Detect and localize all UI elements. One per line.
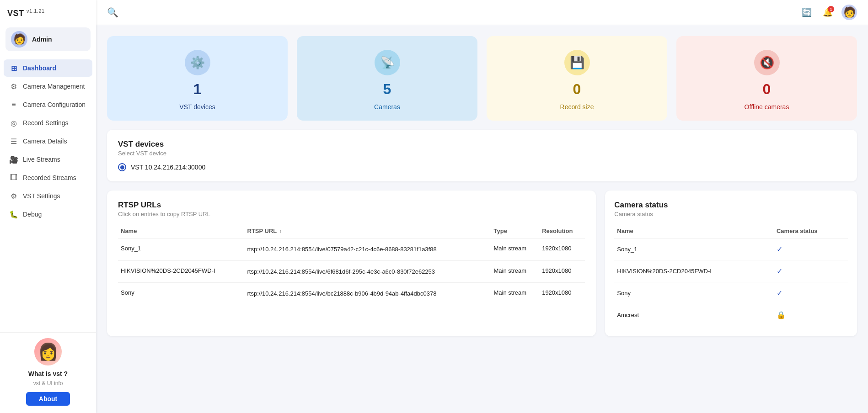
sidebar-item-vst-settings[interactable]: ⚙ VST Settings [4,187,92,205]
radio-button[interactable] [118,163,126,171]
nav-label-camera-management: Camera Management [23,83,85,90]
col-type: Type [491,224,540,238]
nav-icon-live-streams: 🎥 [9,155,18,164]
nav-icon-recorded-streams: 🎞 [9,173,18,182]
vst-info-label: vst & UI info [33,380,63,387]
username: Admin [32,36,52,43]
rtsp-urls-title: RTSP URLs [118,201,585,210]
card-label-offline-cameras: Offline cameras [745,103,789,111]
card-label-record-size: Record size [560,103,594,111]
status-value: ✓ [774,238,848,260]
radio-inner [120,165,124,169]
status-value: ✓ [774,260,848,282]
card-icon-offline-cameras: 🔇 [754,50,780,75]
about-button[interactable]: About [26,392,70,406]
sidebar-bottom: 👩 What is vst ? vst & UI info About [0,332,96,413]
status-value: 🔒 [774,304,848,326]
card-number-record-size: 0 [573,81,581,98]
online-icon: ✓ [777,289,782,297]
status-col-status: Camera status [774,224,848,238]
nav-icon-record-settings: ◎ [9,118,18,127]
sidebar-item-camera-management[interactable]: ⚙ Camera Management [4,78,92,95]
notification-badge: 1 [828,6,834,12]
notification-button[interactable]: 🔔 1 [820,5,835,20]
card-label-vst-devices: VST devices [179,103,215,111]
online-icon: ✓ [777,267,782,275]
card-record-size[interactable]: 💾 0 Record size [487,36,667,121]
rtsp-type: Main stream [491,283,540,305]
card-number-offline-cameras: 0 [763,81,771,98]
status-value: ✓ [774,282,848,304]
sidebar-item-camera-details[interactable]: ☰ Camera Details [4,132,92,150]
card-number-vst-devices: 1 [193,81,202,98]
status-col-name: Name [614,224,774,238]
rtsp-url: rtsp://10.24.216.214:8554/live/07579a42-… [245,238,491,261]
nav-icon-camera-details: ☰ [9,137,18,146]
rtsp-type: Main stream [491,260,540,283]
vst-devices-title: VST devices [118,140,846,149]
rtsp-resolution: 1920x1080 [539,238,585,261]
nav-label-record-settings: Record Settings [23,119,69,127]
sidebar-item-debug[interactable]: 🐛 Debug [4,206,92,223]
nav-icon-debug: 🐛 [9,210,18,219]
refresh-icon: 🔄 [802,7,812,17]
sidebar-item-record-settings[interactable]: ◎ Record Settings [4,114,92,132]
vst-device-label: VST 10.24.216.214:30000 [131,164,205,171]
vst-devices-subtitle: Select VST device [118,150,846,157]
rtsp-urls-subtitle: Click on entries to copy RTSP URL [118,211,585,217]
nav-label-camera-configuration: Camera Configuration [23,101,86,108]
list-item: Amcrest 🔒 [614,304,848,326]
rtsp-resolution: 1920x1080 [539,283,585,305]
status-name: Sony [614,282,774,304]
nav-label-vst-settings: VST Settings [23,192,60,200]
card-offline-cameras[interactable]: 🔇 0 Offline cameras [676,36,857,121]
card-icon-cameras: 📡 [375,50,400,75]
col-resolution: Resolution [539,224,585,238]
card-icon-record-size: 💾 [564,50,590,75]
card-vst-devices[interactable]: ⚙️ 1 VST devices [107,36,288,121]
search-trigger[interactable]: 🔍 [107,7,118,18]
sidebar-item-live-streams[interactable]: 🎥 Live Streams [4,151,92,168]
camera-status-section: Camera status Camera status Name Camera … [605,191,857,336]
search-icon: 🔍 [107,7,118,18]
col-name: Name [118,224,245,238]
rtsp-url: rtsp://10.24.216.214:8554/live/6f681d6f-… [245,260,491,283]
rtsp-type: Main stream [491,238,540,261]
table-row[interactable]: Sony_1 rtsp://10.24.216.214:8554/live/07… [118,238,585,261]
sidebar-item-dashboard[interactable]: ⊞ Dashboard [4,59,92,77]
nav-label-recorded-streams: Recorded Streams [23,174,76,181]
camera-status-table: Name Camera status Sony_1 ✓ HIKVISION%20… [614,224,848,326]
user-avatar-topbar[interactable]: 🧑 [841,5,857,20]
list-item: Sony_1 ✓ [614,238,848,260]
sidebar-item-recorded-streams[interactable]: 🎞 Recorded Streams [4,169,92,186]
nav-icon-dashboard: ⊞ [9,64,18,73]
rtsp-table: Name RTSP URL ↑ Type Resolution Sony_1 r… [118,224,585,305]
nav-label-camera-details: Camera Details [23,138,67,145]
rtsp-urls-section: RTSP URLs Click on entries to copy RTSP … [107,191,596,336]
cards-row: ⚙️ 1 VST devices 📡 5 Cameras 💾 0 Record … [96,25,868,121]
table-row[interactable]: HIKVISION%20DS-2CD2045FWD-I rtsp://10.24… [118,260,585,283]
rtsp-name: HIKVISION%20DS-2CD2045FWD-I [118,260,245,283]
user-profile[interactable]: 🧑 Admin [5,27,91,51]
online-icon: ✓ [777,245,782,253]
status-name: HIKVISION%20DS-2CD2045FWD-I [614,260,774,282]
nav-icon-vst-settings: ⚙ [9,191,18,201]
offline-icon: 🔒 [777,311,786,319]
camera-status-title: Camera status [614,201,848,210]
refresh-button[interactable]: 🔄 [799,5,814,20]
status-name: Amcrest [614,304,774,326]
rtsp-name: Sony_1 [118,238,245,261]
card-icon-vst-devices: ⚙️ [185,50,210,75]
nav-label-dashboard: Dashboard [23,64,56,72]
rtsp-resolution: 1920x1080 [539,260,585,283]
table-row[interactable]: Sony rtsp://10.24.216.214:8554/live/bc21… [118,283,585,305]
sidebar-item-camera-configuration[interactable]: ≡ Camera Configuration [4,96,92,113]
main-content: 🔍 🔄 🔔 1 🧑 ⚙️ 1 VST devices 📡 5 Cameras 💾… [96,0,868,413]
card-label-cameras: Cameras [374,103,400,111]
app-version: v1.1.21 [27,8,45,14]
topbar: 🔍 🔄 🔔 1 🧑 [96,0,868,25]
vst-device-option[interactable]: VST 10.24.216.214:30000 [118,163,846,171]
list-item: Sony ✓ [614,282,848,304]
nav-label-live-streams: Live Streams [23,156,60,163]
card-cameras[interactable]: 📡 5 Cameras [297,36,477,121]
